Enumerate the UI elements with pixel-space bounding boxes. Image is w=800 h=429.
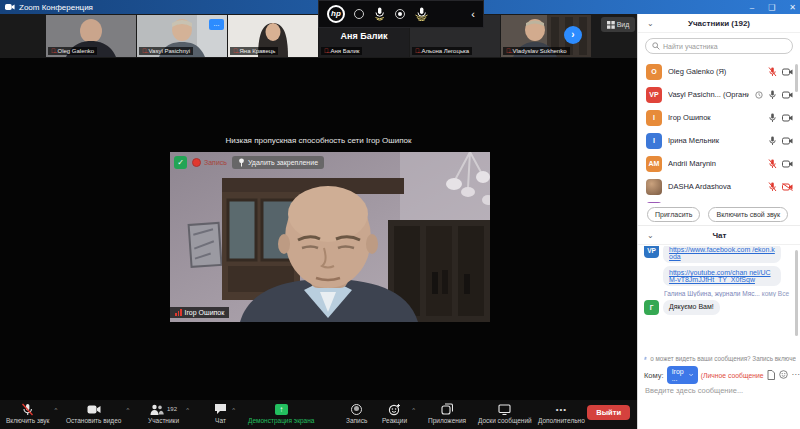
stop-video-button[interactable]: Остановить видео ^ (66, 402, 121, 424)
video-thumbnail[interactable]: 🎙̶Vasyl Pasichnyi ... (137, 15, 227, 57)
muted-mic-icon: 🎙̶ (51, 48, 56, 54)
search-participant-input[interactable]: Найти участника (645, 38, 793, 54)
video-options-caret[interactable]: ^ (127, 407, 130, 413)
collapse-chat-icon[interactable]: ⌄ (647, 231, 654, 240)
unpin-label: Удалить закрепление (248, 159, 318, 166)
record-label: Запись (346, 417, 367, 424)
participant-name: Ірина Мельник (668, 136, 762, 145)
share-screen-button[interactable]: ↑ Демонстрация экрана (248, 402, 314, 424)
view-button-label: Вид (617, 21, 630, 28)
emoji-icon[interactable] (779, 370, 788, 379)
minimize-button[interactable]: – (750, 3, 754, 12)
chat-link[interactable]: https://youtube.com/chan nel/UCM-vT8JmJJ… (669, 269, 771, 283)
camera-off-icon[interactable] (782, 137, 793, 145)
audio-mode-selected-icon[interactable] (395, 9, 405, 19)
grid-view-icon (607, 21, 615, 29)
apps-button[interactable]: Приложения (428, 402, 466, 424)
participant-row[interactable]: O Oleg Galenko (Я) (638, 60, 800, 83)
invite-button[interactable]: Пригласить (647, 207, 700, 222)
more-dots-icon: ••• (556, 405, 567, 414)
muted-mic-icon[interactable] (768, 159, 777, 169)
participants-count-badge: 192 (167, 406, 177, 412)
mic-mode-icon[interactable] (373, 7, 386, 21)
chat-label: Чат (215, 417, 226, 424)
recording-indicator[interactable]: Запись (192, 158, 227, 167)
participant-row[interactable]: I Ірина Мельник (638, 129, 800, 152)
stop-video-label: Остановить видео (66, 417, 121, 424)
encryption-shield-icon: ✓ (174, 156, 187, 169)
participant-row[interactable]: I Ігор Ошипок (638, 106, 800, 129)
private-message-label: (Личное сообщение (701, 372, 764, 379)
unmute-self-button[interactable]: Включить свой звук (708, 207, 788, 222)
next-thumbnails-button[interactable]: › (564, 26, 582, 44)
record-button[interactable]: Запись (346, 402, 367, 424)
file-icon[interactable] (767, 370, 775, 380)
recording-dot-icon (192, 158, 201, 167)
speaker-video-feed (170, 152, 490, 322)
participant-name: Oleg Galenko (Я) (668, 67, 762, 76)
muted-mic-icon[interactable] (768, 67, 777, 77)
message-input[interactable]: Введите здесь сообщение... (645, 386, 743, 395)
camera-muted-icon[interactable] (782, 183, 793, 191)
unmute-button[interactable]: Включить звук ^ (6, 402, 49, 424)
more-button[interactable]: ••• Дополнительно (538, 402, 585, 424)
composer-more-icon[interactable]: ⋯ (792, 370, 800, 380)
speaker-nametag: Ігор Ошипок (170, 307, 229, 318)
chat-messages[interactable]: VP https://www.facebook.com /ekon.koda h… (638, 246, 800, 352)
chat-scrollbar[interactable] (795, 250, 798, 336)
close-button[interactable]: ✕ (789, 3, 796, 12)
whiteboards-button[interactable]: Доски сообщений (478, 402, 532, 424)
video-thumbnail[interactable]: 🎙̶Яна Кравець (228, 15, 318, 57)
recipient-select[interactable]: Ігор ... (667, 366, 698, 384)
mic-icon[interactable] (768, 136, 777, 146)
reactions-smiley-icon (388, 403, 401, 416)
mic-surround-icon[interactable] (414, 7, 429, 21)
participants-icon (150, 404, 164, 415)
leave-button[interactable]: Выйти (587, 405, 630, 420)
participant-name: Ігор Ошипок (668, 113, 762, 122)
chat-button[interactable]: Чат ^ (214, 402, 227, 424)
pinned-video[interactable]: ✓ Запись Удалить закрепление Ігор Ошипок (170, 152, 490, 322)
avatar: I (646, 133, 662, 149)
participant-row[interactable]: AM Andrii Marynin (638, 152, 800, 175)
muted-mic-icon[interactable] (768, 182, 777, 192)
camera-off-icon[interactable] (782, 91, 793, 99)
camera-off-icon[interactable] (782, 160, 793, 168)
thumbnail-name: Vasyl Pasichnyi (149, 48, 191, 54)
collapse-participants-icon[interactable]: ⌄ (647, 19, 654, 28)
network-warning-caption: Низкая пропускная способность сети Ігор … (0, 136, 637, 145)
video-thumbnail[interactable]: 🎙̶Oleg Galenko (46, 15, 136, 57)
mic-icon[interactable] (768, 113, 777, 123)
audio-mode-off-icon[interactable] (354, 9, 364, 19)
muted-mic-icon: 🎙̶ (506, 48, 511, 54)
to-label: Кому: (644, 371, 664, 380)
avatar: I (646, 110, 662, 126)
muted-mic-icon: 🎙̶ (142, 48, 147, 54)
participants-options-caret[interactable]: ^ (186, 407, 189, 413)
reactions-options-caret[interactable]: ^ (412, 407, 415, 413)
muted-mic-icon: 🎙̶ (415, 48, 420, 54)
mic-options-caret[interactable]: ^ (55, 407, 58, 413)
participants-scrollbar[interactable] (795, 64, 798, 92)
thumbnail-more-button[interactable]: ... (209, 19, 224, 30)
apps-label: Приложения (428, 417, 466, 424)
muted-mic-icon: 🎙̶ (324, 48, 329, 54)
unpin-button[interactable]: Удалить закрепление (232, 156, 324, 169)
participants-button[interactable]: 192 Участники ^ (148, 402, 179, 424)
avatar: VP (644, 246, 659, 258)
camera-off-icon[interactable] (782, 68, 793, 76)
mic-icon[interactable] (768, 90, 777, 100)
participant-name: Vasyl Pasichn... (Организатор) (668, 90, 749, 99)
more-label: Дополнительно (538, 417, 585, 424)
camera-off-icon[interactable] (782, 114, 793, 122)
popup-collapse-icon[interactable]: ‹ (471, 8, 475, 20)
participant-row[interactable]: DASHA Ardashova (638, 175, 800, 198)
participant-row[interactable]: VP Vasyl Pasichn... (Организатор) (638, 83, 800, 106)
search-icon (652, 42, 660, 50)
reactions-button[interactable]: Реакции ^ (382, 402, 407, 424)
chat-sender-line: Галина Шубина, журнали Мяс... кому Все (664, 290, 795, 297)
view-button[interactable]: Вид (601, 17, 635, 32)
maximize-button[interactable]: ❑ (768, 3, 775, 12)
chat-link[interactable]: https://www.facebook.com /ekon.koda (669, 246, 775, 260)
chat-options-caret[interactable]: ^ (232, 407, 235, 413)
